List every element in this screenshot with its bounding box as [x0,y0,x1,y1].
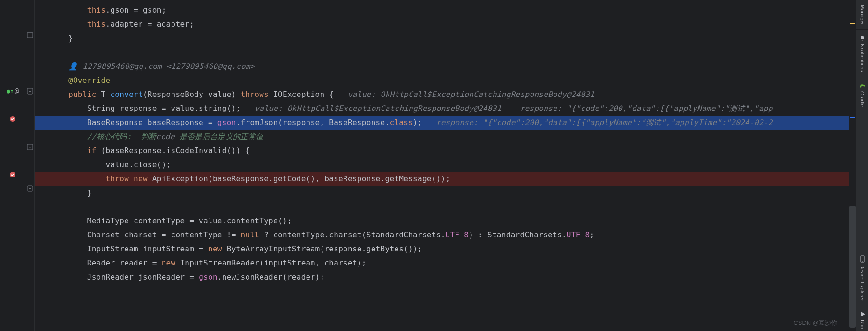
device-icon [859,255,866,263]
code-line[interactable]: InputStream inputStream = new ByteArrayI… [35,243,856,257]
tool-notifications[interactable]: Notifications [859,30,866,77]
fold-end-icon[interactable] [26,31,34,39]
warning-mark[interactable] [850,23,855,24]
code-line[interactable]: MediaType contentType = value.contentTyp… [35,214,856,228]
warning-mark[interactable] [850,66,855,66]
watermark: CSDN @豆沙你 [793,319,837,327]
code-line[interactable]: if (baseResponse.isCodeInvalid()) { [35,144,856,158]
code-line[interactable]: public T convert(ResponseBody value) thr… [35,88,856,102]
tool-device-explorer[interactable]: Device Explorer [859,250,866,306]
author-blame: 👤 1279895460@qq.com <1279895460@qq.com> [35,60,856,74]
tool-gradle[interactable]: Gradle [859,77,866,111]
code-line[interactable]: this.gson = gson; [35,4,856,18]
code-line[interactable]: //核心代码: 判断code 是否是后台定义的正常值 [35,130,856,144]
bell-icon [859,35,866,42]
fold-start-icon[interactable] [26,88,34,95]
error-stripe[interactable] [849,0,856,331]
run-icon [859,310,866,318]
code-line[interactable] [35,46,856,60]
gutter: ●↑ @ [0,0,25,331]
code-line[interactable]: Charset charset = contentType != null ? … [35,228,856,243]
code-line[interactable]: value.close(); [35,158,856,172]
scrollbar-thumb[interactable] [849,206,856,328]
code-line[interactable]: String response = value.string(); value:… [35,102,856,116]
code-line[interactable]: this.adapter = adapter; [35,18,856,32]
svg-point-7 [862,261,863,262]
info-mark[interactable] [850,117,855,118]
breakpoint-active[interactable] [0,115,25,123]
right-tool-bar: Manager Notifications Gradle Device Expl… [856,0,868,331]
code-line[interactable]: } [35,186,856,200]
code-line-exception[interactable]: throw new ApiException(baseResponse.getC… [35,172,856,186]
gutter-at-override[interactable]: ●↑ @ [0,87,25,95]
ide-window: ●↑ @ this.gson = gson; this.adapter = ad… [0,0,868,331]
code-line[interactable]: JsonReader jsonReader = gson.newJsonRead… [35,271,856,285]
code-editor[interactable]: this.gson = gson; this.adapter = adapter… [35,0,856,331]
fold-start-icon-2[interactable] [26,143,34,151]
svg-rect-4 [27,144,33,150]
fold-column [25,0,35,331]
tool-manager[interactable]: Manager [860,0,865,29]
gradle-icon [859,82,866,89]
code-line[interactable]: @Override [35,74,856,88]
breakpoint-active-2[interactable] [0,171,25,178]
tool-run[interactable]: Run [859,306,866,331]
fold-end-icon-2[interactable] [26,185,34,192]
svg-rect-5 [27,186,33,191]
svg-rect-3 [27,88,33,94]
code-line[interactable]: Reader reader = new InputStreamReader(in… [35,257,856,271]
code-line[interactable]: } [35,32,856,46]
code-line[interactable] [35,200,856,214]
code-line-current[interactable]: BaseResponse baseResponse = gson.fromJso… [35,116,856,130]
